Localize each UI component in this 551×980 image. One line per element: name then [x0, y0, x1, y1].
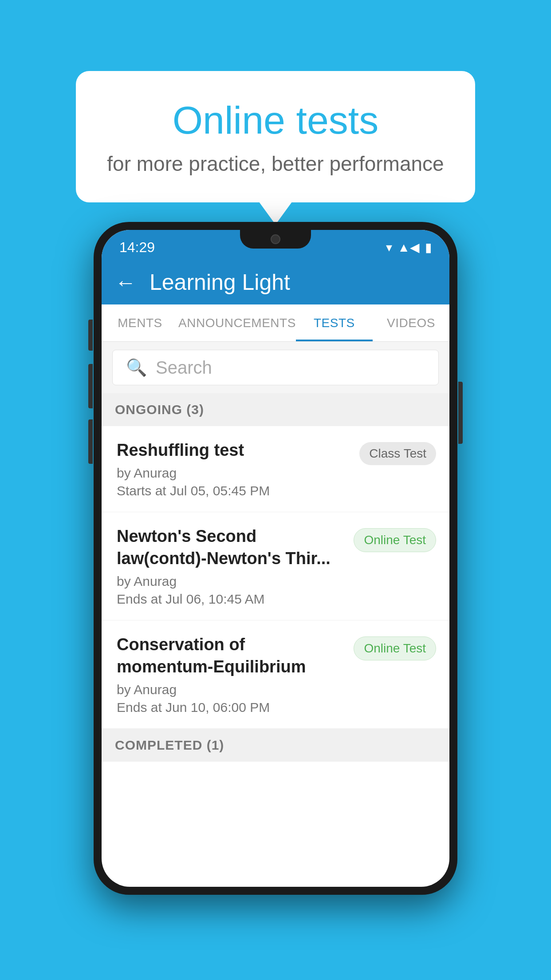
- app-header: ← Learning Light: [102, 260, 449, 304]
- search-placeholder: Search: [156, 358, 212, 378]
- test-item-conservation[interactable]: Conservation of momentum-Equilibrium by …: [102, 620, 449, 729]
- signal-icon: ▲◀: [398, 240, 420, 255]
- side-button-volume-down: [88, 364, 93, 408]
- test-time-reshuffling: Starts at Jul 05, 05:45 PM: [117, 483, 350, 498]
- tab-announcements[interactable]: ANNOUNCEMENTS: [178, 304, 296, 341]
- test-info-reshuffling: Reshuffling test by Anurag Starts at Jul…: [117, 439, 359, 498]
- side-button-silent: [88, 419, 93, 464]
- search-icon: 🔍: [126, 358, 147, 377]
- side-button-power: [458, 382, 463, 444]
- phone-screen: 14:29 ▾ ▲◀ ▮ ← Learning Light MENTS ANNO…: [102, 230, 449, 887]
- tab-tests[interactable]: TESTS: [296, 304, 373, 341]
- test-info-conservation: Conservation of momentum-Equilibrium by …: [117, 634, 354, 715]
- status-icons: ▾ ▲◀ ▮: [386, 240, 432, 255]
- test-time-conservation: Ends at Jun 10, 06:00 PM: [117, 700, 345, 715]
- test-item-newtons[interactable]: Newton's Second law(contd)-Newton's Thir…: [102, 512, 449, 620]
- section-ongoing-header: ONGOING (3): [102, 393, 449, 426]
- test-time-newtons: Ends at Jul 06, 10:45 AM: [117, 592, 345, 607]
- promo-subtitle: for more practice, better performance: [107, 152, 444, 176]
- promo-card: Online tests for more practice, better p…: [76, 71, 475, 202]
- test-item-reshuffling[interactable]: Reshuffling test by Anurag Starts at Jul…: [102, 426, 449, 512]
- test-name-conservation: Conservation of momentum-Equilibrium: [117, 634, 345, 678]
- promo-title: Online tests: [107, 98, 444, 143]
- test-name-reshuffling: Reshuffling test: [117, 439, 350, 461]
- test-name-newtons: Newton's Second law(contd)-Newton's Thir…: [117, 526, 345, 569]
- tab-videos[interactable]: VIDEOS: [373, 304, 449, 341]
- search-container: 🔍 Search: [102, 342, 449, 393]
- test-author-newtons: by Anurag: [117, 574, 345, 589]
- tabs-bar: MENTS ANNOUNCEMENTS TESTS VIDEOS: [102, 304, 449, 342]
- side-button-volume-up: [88, 320, 93, 351]
- status-time: 14:29: [119, 239, 155, 256]
- phone-notch: [240, 230, 311, 249]
- test-author-reshuffling: by Anurag: [117, 466, 350, 481]
- test-badge-newtons: Online Test: [354, 528, 436, 552]
- test-badge-conservation: Online Test: [354, 636, 436, 660]
- section-completed-header: COMPLETED (1): [102, 729, 449, 762]
- tab-assignments[interactable]: MENTS: [102, 304, 178, 341]
- phone-frame: 14:29 ▾ ▲◀ ▮ ← Learning Light MENTS ANNO…: [94, 222, 457, 895]
- phone-mockup: 14:29 ▾ ▲◀ ▮ ← Learning Light MENTS ANNO…: [94, 222, 457, 895]
- battery-icon: ▮: [425, 240, 432, 255]
- test-badge-reshuffling: Class Test: [359, 442, 436, 465]
- test-info-newtons: Newton's Second law(contd)-Newton's Thir…: [117, 526, 354, 607]
- front-camera: [271, 234, 280, 244]
- app-title: Learning Light: [150, 269, 290, 295]
- wifi-icon: ▾: [386, 240, 392, 255]
- search-input[interactable]: 🔍 Search: [112, 350, 439, 385]
- test-author-conservation: by Anurag: [117, 682, 345, 697]
- back-button[interactable]: ←: [115, 270, 136, 295]
